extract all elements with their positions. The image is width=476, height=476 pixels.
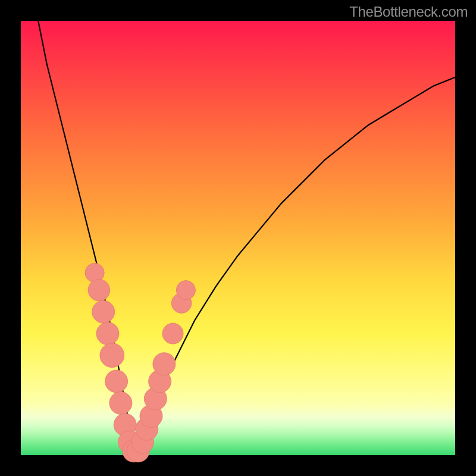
curve-marker xyxy=(88,279,110,301)
chart-plot-area xyxy=(21,21,455,455)
curve-marker xyxy=(92,300,115,323)
curve-marker xyxy=(162,323,183,344)
curve-marker xyxy=(96,322,119,345)
chart-svg xyxy=(21,21,455,455)
curve-marker xyxy=(109,392,132,414)
bottleneck-curve xyxy=(21,0,455,446)
curve-markers xyxy=(85,263,196,462)
curve-marker xyxy=(105,370,128,393)
curve-marker xyxy=(100,343,124,368)
watermark-text: TheBottleneck.com xyxy=(349,4,468,20)
curve-marker xyxy=(153,353,176,375)
curve-marker xyxy=(176,281,195,300)
